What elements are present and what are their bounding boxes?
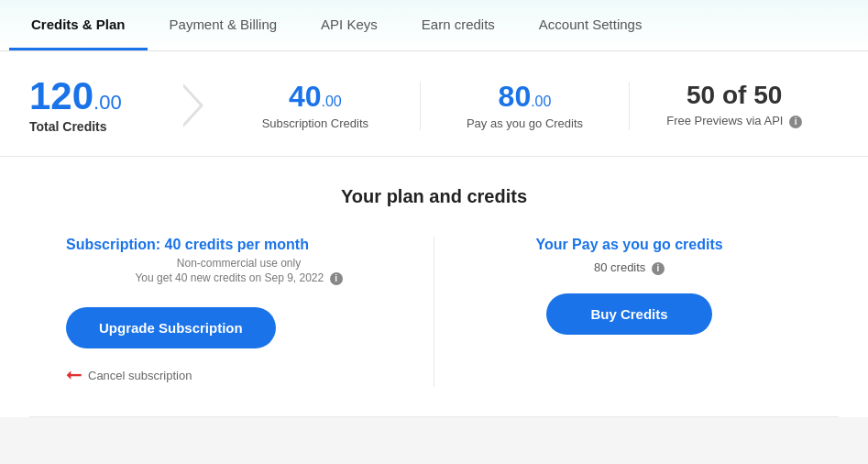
- cancel-subscription-link[interactable]: Cancel subscription: [88, 369, 192, 382]
- upgrade-subscription-button[interactable]: Upgrade Subscription: [66, 307, 276, 348]
- subscription-column: Subscription: 40 credits per month Non-c…: [44, 237, 434, 387]
- credits-summary: 120.00 Total Credits 40.00 Subscription …: [0, 51, 868, 157]
- cancel-arrow-icon: ➞: [66, 363, 82, 387]
- paygo-credits-label: Pay as you go Credits: [467, 116, 583, 130]
- subscription-credits-label: Subscription Credits: [262, 116, 368, 130]
- total-credits-label: Total Credits: [29, 119, 176, 134]
- paygo-column: Your Pay as you go credits 80 credits i …: [434, 237, 824, 387]
- total-credits-block: 120.00 Total Credits: [29, 77, 176, 134]
- tab-payment-billing[interactable]: Payment & Billing: [148, 0, 300, 50]
- payg-credits-count: 80 credits i: [594, 260, 665, 275]
- plan-columns: Subscription: 40 credits per month Non-c…: [44, 237, 824, 387]
- free-previews-label: Free Previews via API i: [666, 114, 802, 128]
- main-content: 120.00 Total Credits 40.00 Subscription …: [0, 51, 868, 417]
- subscription-credits-stat: 40.00 Subscription Credits: [211, 82, 421, 130]
- tab-account-settings[interactable]: Account Settings: [517, 0, 665, 50]
- buy-credits-button[interactable]: Buy Credits: [546, 293, 711, 335]
- free-previews-stat: 50 of 50 Free Previews via API i: [630, 83, 839, 128]
- free-previews-info-icon[interactable]: i: [789, 116, 802, 128]
- free-previews-value: 50 of 50: [687, 83, 782, 108]
- total-credits-value: 120.00: [29, 77, 176, 116]
- subscription-note-info-icon[interactable]: i: [330, 272, 343, 285]
- subscription-note1: Non-commercial use only: [66, 257, 412, 270]
- bottom-divider: [29, 416, 839, 417]
- tabs-bar: Credits & Plan Payment & Billing API Key…: [0, 0, 868, 51]
- paygo-credits-stat: 80.00 Pay as you go Credits: [421, 82, 631, 130]
- payg-info-icon[interactable]: i: [652, 262, 665, 275]
- cancel-row: ➞ Cancel subscription: [66, 363, 412, 387]
- subscription-note2: You get 40 new credits on Sep 9, 2022 i: [66, 271, 412, 285]
- paygo-credits-value: 80.00: [499, 82, 552, 111]
- tab-api-keys[interactable]: API Keys: [299, 0, 400, 50]
- divider-arrow: [183, 83, 203, 127]
- tab-earn-credits[interactable]: Earn credits: [400, 0, 517, 50]
- tab-credits-plan[interactable]: Credits & Plan: [9, 0, 148, 50]
- payg-heading: Your Pay as you go credits: [535, 237, 722, 253]
- subscription-heading: Subscription: 40 credits per month: [66, 237, 412, 253]
- subscription-credits-value: 40.00: [289, 82, 342, 111]
- plan-section: Your plan and credits Subscription: 40 c…: [0, 157, 868, 416]
- plan-section-title: Your plan and credits: [44, 186, 824, 207]
